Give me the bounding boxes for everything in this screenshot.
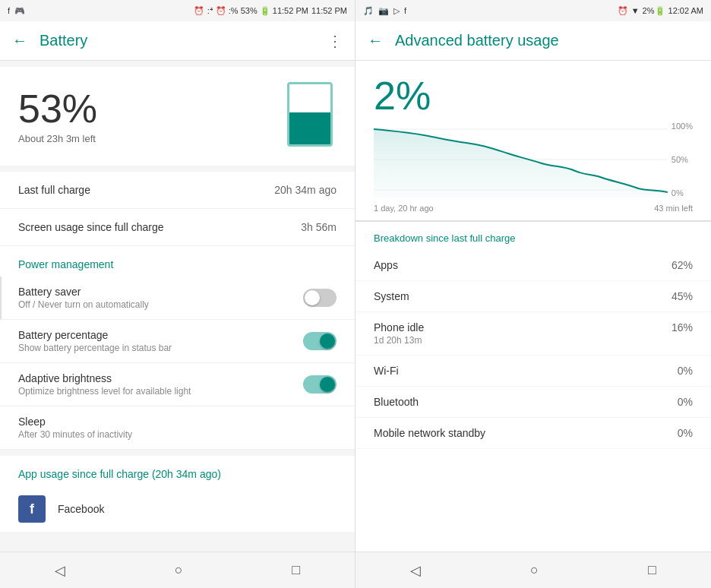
right-recent-nav-button[interactable]: □	[633, 556, 672, 584]
toggle-knob	[305, 290, 320, 305]
camera-icon: 📷	[378, 6, 389, 16]
breakdown-bluetooth-label: Bluetooth	[374, 396, 419, 408]
clock-icon: ⏰	[194, 6, 204, 16]
power-management-header: Power management	[0, 246, 355, 277]
right-status-right: ⏰ ▼ 2%🔋 12:02 AM	[618, 6, 703, 16]
sleep-info: Sleep After 30 minutes of inactivity	[18, 416, 337, 440]
back-nav-button[interactable]: ◁	[40, 556, 81, 585]
breakdown-header: Breakdown since last full charge	[356, 221, 711, 250]
settings-divider	[0, 277, 2, 319]
home-nav-button[interactable]: ○	[160, 556, 198, 584]
left-app-bar: ← Battery ⋮	[0, 21, 355, 61]
last-full-charge-label: Last full charge	[18, 184, 90, 196]
y-label-0: 0%	[672, 188, 693, 198]
right-panel: 🎵 📷 ▷ f ⏰ ▼ 2%🔋 12:02 AM ← Advanced batt…	[356, 0, 711, 588]
fb-icon: f	[8, 6, 10, 15]
adaptive-brightness-toggle[interactable]	[303, 375, 337, 394]
right-nav-bar: ◁ ○ □	[356, 552, 711, 588]
screen-usage-value: 3h 56m	[301, 221, 337, 233]
breakdown-system-info: System	[374, 290, 409, 302]
power-management-section: Power management Battery saver Off / Nev…	[0, 246, 355, 450]
battery-percentage-label: Battery percentage	[18, 329, 303, 341]
battery-saver-row[interactable]: Battery saver Off / Never turn on automa…	[0, 277, 355, 320]
battery-card: 53% About 23h 3m left	[0, 67, 355, 166]
breakdown-phone-idle-info: Phone idle 1d 20h 13m	[374, 321, 424, 346]
sleep-label: Sleep	[18, 416, 337, 428]
breakdown-apps-value: 62%	[672, 259, 693, 271]
app-usage-header: App usage since full charge (20h 34m ago…	[18, 468, 337, 480]
more-options-button[interactable]: ⋮	[327, 32, 343, 50]
right-page-title: Advanced battery usage	[395, 32, 699, 49]
breakdown-apps-row: Apps 62%	[356, 250, 711, 281]
right-back-nav-button[interactable]: ◁	[395, 556, 436, 585]
signal-icon: :⁴	[207, 6, 213, 16]
breakdown-apps-info: Apps	[374, 259, 398, 271]
screen-usage-row: Screen usage since full charge 3h 56m	[0, 209, 355, 246]
breakdown-wifi-value: 0%	[678, 365, 693, 377]
left-status-right: ⏰ :⁴ ⏰ :% 53% 🔋 11:52 PM 11:52 PM	[194, 6, 347, 16]
facebook-app-row[interactable]: f Facebook	[0, 486, 355, 532]
screen-usage-label: Screen usage since full charge	[18, 221, 163, 233]
right-status-bar: 🎵 📷 ▷ f ⏰ ▼ 2%🔋 12:02 AM	[356, 0, 711, 21]
adaptive-brightness-row[interactable]: Adaptive brightness Optimize brightness …	[0, 363, 355, 406]
battery-percentage: 53%	[18, 89, 97, 128]
battery-info: 53% About 23h 3m left	[18, 89, 97, 144]
breakdown-mobile-value: 0%	[678, 427, 693, 439]
battery-saver-label: Battery saver	[18, 286, 303, 298]
right-home-nav-button[interactable]: ○	[515, 556, 554, 584]
last-full-charge-row: Last full charge 20h 34m ago	[0, 172, 355, 209]
battery-percentage-sub: Show battery percentage in status bar	[18, 343, 303, 353]
breakdown-mobile-row: Mobile network standby 0%	[356, 418, 711, 449]
battery-icon	[287, 82, 333, 147]
right-app-bar: ← Advanced battery usage	[356, 21, 711, 61]
adaptive-brightness-info: Adaptive brightness Optimize brightness …	[18, 372, 303, 397]
breakdown-phone-idle-label: Phone idle	[374, 321, 424, 334]
game-icon: 🎮	[14, 6, 25, 16]
battery-percentage-info: Battery percentage Show battery percenta…	[18, 329, 303, 353]
facebook-icon: f	[18, 495, 46, 523]
chart-x-labels: 1 day, 20 hr ago 43 min left	[374, 204, 693, 213]
breakdown-bluetooth-row: Bluetooth 0%	[356, 387, 711, 418]
time-display: 11:52 PM	[311, 6, 347, 15]
battery-percent-status: ⏰ :% 53% 🔋 11:52 PM	[216, 6, 308, 16]
chart-svg	[374, 122, 693, 198]
breakdown-bluetooth-info: Bluetooth	[374, 396, 419, 408]
breakdown-system-value: 45%	[672, 290, 693, 302]
adaptive-brightness-sub: Optimize brightness level for available …	[18, 386, 303, 397]
y-label-100: 100%	[672, 122, 693, 131]
breakdown-mobile-info: Mobile network standby	[374, 427, 485, 439]
battery-percentage-toggle[interactable]	[303, 332, 337, 350]
battery-fill	[289, 112, 330, 144]
battery-saver-sub: Off / Never turn on automatically	[18, 299, 303, 310]
time-display-right: 12:02 AM	[668, 6, 703, 15]
battery-icon-container	[283, 82, 337, 150]
info-section: Last full charge 20h 34m ago Screen usag…	[0, 172, 355, 246]
battery-chart: 100% 50% 0% 1 day, 20 hr ago 43 min left	[356, 122, 711, 220]
battery-saver-toggle[interactable]	[303, 289, 337, 307]
breakdown-phone-idle-sub: 1d 20h 13m	[374, 335, 424, 346]
right-back-button[interactable]: ←	[368, 32, 383, 49]
battery-percentage-row[interactable]: Battery percentage Show battery percenta…	[0, 320, 355, 363]
facebook-label: Facebook	[58, 503, 104, 515]
sleep-row[interactable]: Sleep After 30 minutes of inactivity	[0, 406, 355, 450]
breakdown-wifi-label: Wi-Fi	[374, 365, 399, 377]
adaptive-brightness-label: Adaptive brightness	[18, 372, 303, 384]
right-status-left: 🎵 📷 ▷ f	[363, 6, 406, 16]
left-nav-bar: ◁ ○ □	[0, 552, 355, 588]
page-title: Battery	[40, 32, 315, 49]
app-usage-section: App usage since full charge (20h 34m ago…	[0, 456, 355, 486]
left-status-bar: f 🎮 ⏰ :⁴ ⏰ :% 53% 🔋 11:52 PM 11:52 PM	[0, 0, 355, 21]
wifi-icon: ▼	[631, 6, 640, 15]
back-button[interactable]: ←	[12, 32, 27, 49]
recent-nav-button[interactable]: □	[276, 556, 315, 584]
breakdown-system-label: System	[374, 290, 409, 302]
last-full-charge-value: 20h 34m ago	[274, 184, 337, 196]
x-label-end: 43 min left	[654, 204, 693, 213]
toggle-knob-3	[320, 377, 335, 392]
battery-2pct: 2%🔋	[643, 6, 665, 16]
battery-time-left: About 23h 3m left	[18, 133, 97, 144]
breakdown-apps-label: Apps	[374, 259, 398, 271]
play-icon: ▷	[393, 6, 400, 16]
chart-y-labels: 100% 50% 0%	[672, 122, 693, 198]
breakdown-system-row: System 45%	[356, 281, 711, 312]
